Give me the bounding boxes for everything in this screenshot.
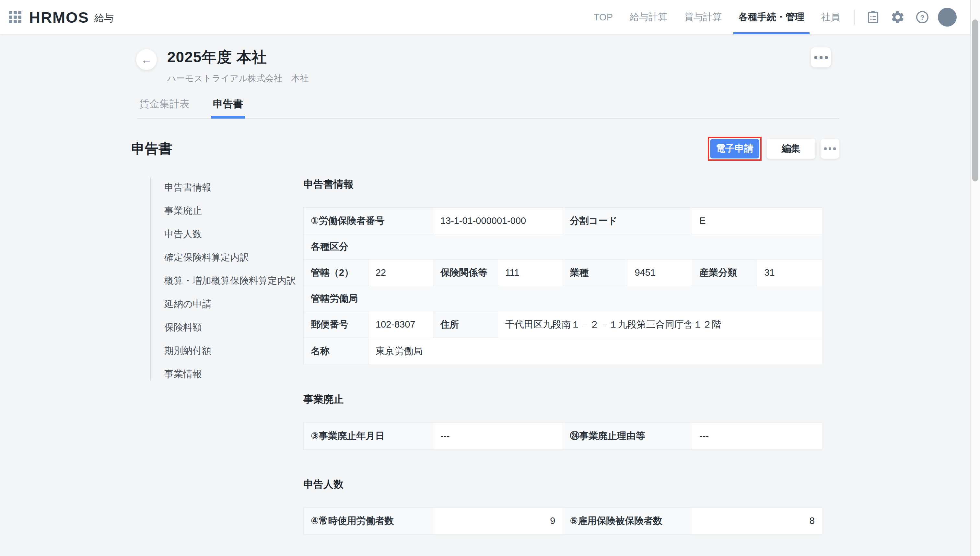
more-icon <box>814 56 817 59</box>
apps-grid-icon[interactable] <box>9 11 21 23</box>
section-report-info: 申告書情報 ①労働保険者番号 13-1-01-000001-000 分割コード … <box>303 178 822 365</box>
table-subheader: 各種区分 <box>304 234 822 260</box>
action-buttons: 電子申請 編集 <box>708 137 839 161</box>
cell-value: --- <box>692 423 822 449</box>
window-scrollbar[interactable] <box>970 0 980 556</box>
sidebar-item-headcount[interactable]: 申告人数 <box>164 230 303 239</box>
sidebar-item-estimated-premium[interactable]: 概算・増加概算保険料算定内訳 <box>164 276 303 286</box>
section-sidebar: 申告書情報 事業廃止 申告人数 確定保険料算定内訳 概算・増加概算保険料算定内訳… <box>150 178 303 381</box>
scrollbar-thumb[interactable] <box>972 19 978 181</box>
hrmos-logo[interactable]: HRMOS <box>29 8 89 26</box>
sidebar-item-final-premium[interactable]: 確定保険料算定内訳 <box>164 253 303 262</box>
business-closure-table: ③事業廃止年月日 --- ㉔事業廃止理由等 --- <box>303 422 822 450</box>
cell-label: ⑤雇用保険被保険者数 <box>563 508 692 534</box>
cell-label: 郵便番号 <box>304 311 369 338</box>
cell-value: 13-1-01-000001-000 <box>433 208 563 234</box>
page-header: ← 2025年度 本社 ハーモストライアル株式会社 本社 <box>0 47 980 84</box>
nav-item-payroll[interactable]: 給与計算 <box>621 0 676 34</box>
more-actions-button[interactable] <box>821 139 839 159</box>
section-title: 事業廃止 <box>303 393 822 406</box>
cell-label: ㉔事業廃止理由等 <box>563 423 692 449</box>
table-row: 管轄（2） 22 保険関係等 111 業種 9451 産業分類 31 <box>304 260 822 286</box>
sidebar-item-deferral[interactable]: 延納の申請 <box>164 299 303 309</box>
cell-label: 保険関係等 <box>433 260 498 286</box>
product-name: 給与 <box>94 12 114 25</box>
content-row: 申告書情報 事業廃止 申告人数 確定保険料算定内訳 概算・増加概算保険料算定内訳… <box>0 178 980 556</box>
tab-wage-summary[interactable]: 賃金集計表 <box>137 97 191 118</box>
table-row: ①労働保険者番号 13-1-01-000001-000 分割コード E <box>304 208 822 234</box>
nav-divider <box>854 10 855 24</box>
sidebar-item-premium-amount[interactable]: 保険料額 <box>164 323 303 332</box>
section-business-closure: 事業廃止 ③事業廃止年月日 --- ㉔事業廃止理由等 --- <box>303 393 822 450</box>
back-arrow-icon: ← <box>141 53 152 66</box>
cell-value: 102-8307 <box>369 311 433 338</box>
avatar[interactable] <box>938 8 957 27</box>
back-button[interactable]: ← <box>136 49 157 70</box>
page-subtitle: ハーモストライアル株式会社 本社 <box>167 73 309 84</box>
cell-label: 産業分類 <box>692 260 757 286</box>
cell-label: 管轄（2） <box>304 260 369 286</box>
help-icon[interactable]: ? <box>910 5 935 29</box>
annotation-highlight-box: 電子申請 <box>708 137 762 161</box>
cell-label: 業種 <box>563 260 628 286</box>
main-content: 申告書情報 ①労働保険者番号 13-1-01-000001-000 分割コード … <box>303 178 822 556</box>
cell-value: 8 <box>692 508 822 534</box>
sidebar-item-business-closure[interactable]: 事業廃止 <box>164 206 303 215</box>
nav-item-bonus[interactable]: 賞与計算 <box>676 0 730 34</box>
e-apply-button[interactable]: 電子申請 <box>710 139 759 158</box>
cell-label: ④常時使用労働者数 <box>304 508 433 534</box>
top-nav: HRMOS 給与 TOP 給与計算 賞与計算 各種手続・管理 社員 <box>0 0 980 34</box>
cell-value: 22 <box>369 260 433 286</box>
cell-value: 31 <box>757 260 822 286</box>
page-title: 2025年度 本社 <box>167 47 309 67</box>
cell-label: ①労働保険者番号 <box>304 208 433 234</box>
more-icon <box>824 147 827 150</box>
tab-bar: 賃金集計表 申告書 <box>137 97 839 119</box>
content-heading: 申告書 <box>131 140 172 158</box>
cell-value: --- <box>433 423 563 449</box>
nav-item-top[interactable]: TOP <box>585 0 621 34</box>
svg-text:?: ? <box>920 14 925 21</box>
gear-icon[interactable] <box>885 5 910 29</box>
sidebar-item-report-info[interactable]: 申告書情報 <box>164 183 303 192</box>
section-title: 申告人数 <box>303 478 822 491</box>
cell-value: 111 <box>498 260 563 286</box>
sidebar-item-installments[interactable]: 期別納付額 <box>164 346 303 356</box>
cell-label: ③事業廃止年月日 <box>304 423 433 449</box>
nav-item-procedures[interactable]: 各種手続・管理 <box>730 0 813 34</box>
cell-value: 9451 <box>627 260 692 286</box>
table-row: ③事業廃止年月日 --- ㉔事業廃止理由等 --- <box>304 423 822 449</box>
section-title: 申告書情報 <box>303 178 822 191</box>
clipboard-list-icon[interactable] <box>861 5 885 29</box>
headcount-table: ④常時使用労働者数 9 ⑤雇用保険被保険者数 8 <box>303 508 822 535</box>
title-block: 2025年度 本社 ハーモストライアル株式会社 本社 <box>167 47 309 84</box>
table-row: ④常時使用労働者数 9 ⑤雇用保険被保険者数 8 <box>304 508 822 534</box>
nav-item-employees[interactable]: 社員 <box>813 0 848 34</box>
table-row: 名称 東京労働局 <box>304 338 822 365</box>
report-info-table: ①労働保険者番号 13-1-01-000001-000 分割コード E 各種区分… <box>303 207 822 365</box>
cell-value: 東京労働局 <box>369 338 822 365</box>
header-more-button[interactable] <box>811 47 831 67</box>
page-body: ← 2025年度 本社 ハーモストライアル株式会社 本社 賃金集計表 申告書 申… <box>0 34 980 556</box>
table-row: 郵便番号 102-8307 住所 千代田区九段南１－２－１九段第三合同庁舎１２階 <box>304 311 822 338</box>
edit-button[interactable]: 編集 <box>767 139 815 159</box>
section-declared-headcount: 申告人数 ④常時使用労働者数 9 ⑤雇用保険被保険者数 8 <box>303 478 822 535</box>
cell-value: 9 <box>433 508 563 534</box>
section-heading-row: 申告書 電子申請 編集 <box>131 137 839 161</box>
cell-value: E <box>692 208 822 234</box>
table-subheader: 管轄労働局 <box>304 286 822 311</box>
sidebar-item-business-info[interactable]: 事業情報 <box>164 369 303 379</box>
primary-nav: TOP 給与計算 賞与計算 各種手続・管理 社員 ? <box>585 0 957 34</box>
cell-label: 分割コード <box>563 208 692 234</box>
cell-label: 住所 <box>433 311 498 338</box>
cell-value: 千代田区九段南１－２－１九段第三合同庁舎１２階 <box>498 311 822 338</box>
tab-declaration[interactable]: 申告書 <box>211 97 245 118</box>
cell-label: 名称 <box>304 338 369 365</box>
